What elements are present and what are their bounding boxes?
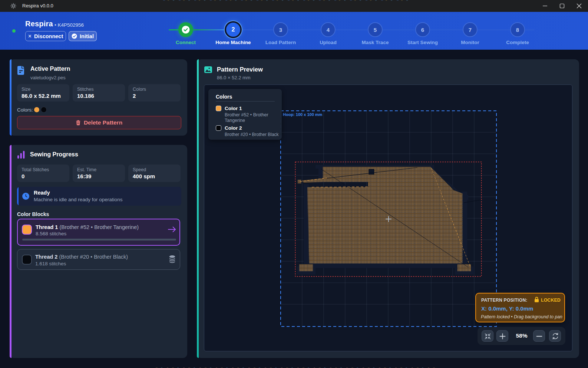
svg-text:Hoop: 100 x 100 mm: Hoop: 100 x 100 mm bbox=[283, 112, 323, 117]
